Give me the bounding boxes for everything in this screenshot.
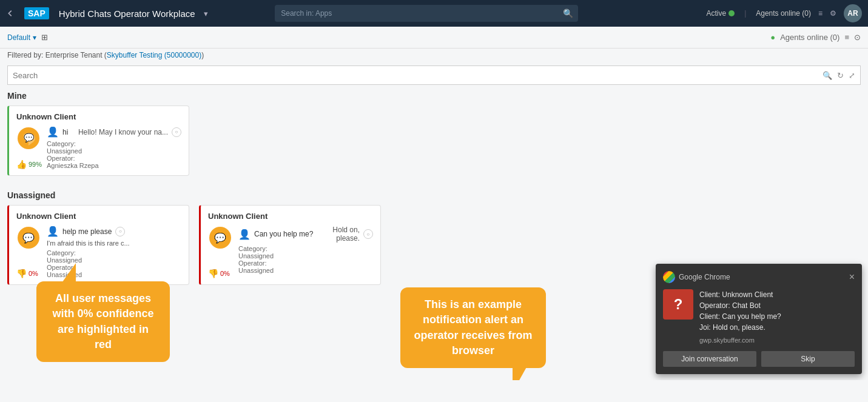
notif-client-line: Client: Unknown Client [699,289,855,300]
active-dot [728,10,735,16]
bot-response: I'm afraid this is this rare c... [47,240,181,247]
default-chevron-icon: ▾ [33,33,36,42]
toolbar: Default ▾ ⊞ ● Agents online (0) ≡ ⊙ [0,27,868,49]
unassigned-card-0: Unknown Client 💬 👤 help me please ○ [7,205,189,285]
user-icon: 👤 [47,126,59,138]
separator: | [744,9,746,18]
notification-body: ? Client: Unknown Client Operator: Chat … [663,289,855,346]
svg-text:💬: 💬 [22,232,35,244]
confidence-badge: 👎 0% [16,269,38,278]
nav-right-section: Active | Agents online (0) ≡ ⚙ AR [706,4,862,22]
callout-left-text: All user messages with 0% confidence are… [52,292,153,350]
operator-label: Operator: Unassigned [238,260,373,274]
queue-icon[interactable]: ≡ [844,33,849,42]
user-message: Can you help me? [254,230,313,238]
operator-label: Operator: Agnieszka Rzepa [47,155,181,169]
card-message-row: 👤 help me please ○ [47,226,181,237]
thumb-down-icon: 👎 [16,269,27,278]
skip-button[interactable]: Skip [761,351,855,367]
card-message-row: 👤 Can you help me? Hold on, please. ○ [238,226,373,243]
message-action-btn[interactable]: ○ [172,127,181,137]
confidence-value: 0% [220,270,230,277]
join-conversation-button[interactable]: Join conversation [663,351,756,367]
card-message-row: 👤 hi Hello! May I know your na... ○ [47,126,181,138]
notification-buttons: Join conversation Skip [663,351,855,367]
search-icon[interactable]: 🔍 [823,71,832,80]
notif-url: gwp.skybuffer.com [699,335,855,346]
card-meta: Category: Unassigned Operator: Unassigne… [47,249,181,278]
unassigned-section-title: Unassigned [7,190,861,200]
confidence-badge: 👍 99% [16,159,42,169]
thumb-up-icon: 👍 [16,159,27,169]
thumb-down-icon: 👎 [208,269,218,278]
more-icon[interactable]: ⊙ [854,33,861,42]
unassigned-card-1: Unknown Client 💬 👤 Can you help me? Hold… [199,205,381,285]
mine-section-title: Mine [7,91,861,101]
notification-text: Client: Unknown Client Operator: Chat Bo… [699,289,855,346]
filter-suffix: ) [201,51,204,59]
callout-left: All user messages with 0% confidence are… [36,281,170,362]
card-meta: Category: Unassigned Operator: Unassigne… [238,245,373,274]
message-action-btn[interactable]: ○ [115,227,125,236]
sap-logo: SAP [24,7,49,19]
active-label: Active [706,9,726,18]
confidence-value: 99% [29,161,42,168]
card-info: 👤 Can you help me? Hold on, please. ○ Ca… [238,226,373,274]
bot-response: Hello! May I know your na... [72,128,168,136]
category-label: Category: Unassigned [238,245,373,260]
chrome-icon [663,271,675,283]
card-meta: Category: Unassigned Operator: Agnieszka… [47,140,181,169]
callout-right: This is an example notification alert an… [400,287,546,368]
active-status: Active [706,9,735,18]
chrome-notification: Google Chrome × ? Client: Unknown Client… [656,264,862,375]
default-view-button[interactable]: Default ▾ [7,33,36,42]
user-message: help me please [62,227,112,236]
card-body: 💬 👤 Can you help me? Hold on, please. ○ … [208,226,373,274]
search-bar-icons: 🔍 ↻ ⤢ [823,71,855,80]
content-search-bar: 🔍 ↻ ⤢ [7,65,861,85]
svg-text:💬: 💬 [214,232,226,244]
agents-icon: ≡ [818,9,823,18]
agents-online-count: Agents online (0) [780,33,839,42]
global-search: 🔍 [275,5,578,22]
filter-icon[interactable]: ⊞ [41,33,48,42]
content-search-input[interactable] [13,71,823,80]
card-body: 💬 👤 help me please ○ I'm afraid this is … [16,226,181,278]
user-message: hi [62,128,68,136]
toolbar-right-icons: ● Agents online (0) ≡ ⊙ [770,33,861,42]
filter-prefix: Filtered by: Enterprise Tenant ( [7,51,107,59]
title-chevron-icon: ▾ [204,9,208,18]
settings-icon[interactable]: ⚙ [830,9,836,18]
app-title: Hybrid Chats Operator Workplace [59,8,195,19]
category-label: Category: Unassigned [47,249,181,264]
category-label: Category: Unassigned [47,140,181,155]
callout-right-text: This is an example notification alert an… [414,298,532,357]
chat-bubble-icon: 💬 [16,226,41,250]
notif-client-msg: Client: Can you help me? [699,311,855,322]
expand-icon[interactable]: ⤢ [849,71,855,80]
notification-source-label: Google Chrome [679,273,730,281]
bot-response-inline: Hold on, please. [317,226,360,243]
user-avatar[interactable]: AR [844,4,862,22]
close-icon[interactable]: × [849,272,855,282]
search-input[interactable] [275,5,578,22]
chat-bubble-icon: 💬 [208,226,232,250]
search-icon: 🔍 [563,8,573,18]
chat-bubble-icon: 💬 [16,126,41,150]
agents-online-label: Agents online (0) [756,9,811,18]
operator-label: Operator: Unassigned [47,264,181,278]
filter-bar: Filtered by: Enterprise Tenant (Skybuffe… [0,49,868,62]
message-action-btn[interactable]: ○ [363,229,373,239]
confidence-value: 0% [29,270,38,277]
card-info: 👤 hi Hello! May I know your na... ○ Cate… [47,126,181,169]
back-button[interactable] [6,9,15,18]
refresh-icon[interactable]: ↻ [837,71,844,80]
page-wrapper: Default ▾ ⊞ ● Agents online (0) ≡ ⊙ Filt… [0,27,868,380]
question-mark-icon: ? [674,296,683,313]
mine-card-0: Unknown Client 💬 👤 hi Hello! Ma [7,106,189,176]
notif-operator-line: Operator: Chat Bot [699,300,855,311]
notification-source: Google Chrome [663,271,730,283]
filter-tenant-link[interactable]: Skybuffer Testing (50000000) [107,51,201,59]
user-icon: 👤 [238,229,251,240]
user-icon: 👤 [47,226,59,237]
